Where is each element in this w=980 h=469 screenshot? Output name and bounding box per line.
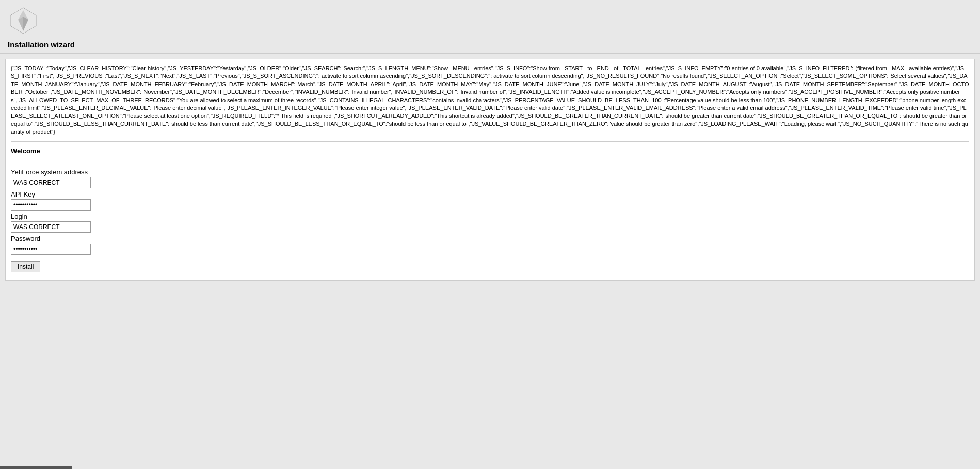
- password-input[interactable]: [11, 244, 91, 255]
- page-title: Installation wizard: [8, 40, 972, 49]
- form-section: YetiForce system address API Key Login P…: [11, 166, 969, 275]
- install-button[interactable]: Install: [11, 261, 40, 272]
- welcome-heading: Welcome: [11, 147, 969, 155]
- login-row: Login: [11, 213, 969, 233]
- system-address-row: YetiForce system address: [11, 168, 969, 188]
- api-key-row: API Key: [11, 190, 969, 211]
- header: Installation wizard: [0, 0, 980, 54]
- system-address-label: YetiForce system address: [11, 168, 969, 176]
- app-wrapper: Installation wizard {"JS_TODAY":"Today",…: [0, 0, 980, 469]
- password-row: Password: [11, 235, 969, 255]
- login-input[interactable]: [11, 221, 91, 233]
- api-key-label: API Key: [11, 190, 969, 198]
- system-address-input[interactable]: [11, 177, 91, 188]
- bottom-bar: [0, 466, 72, 469]
- password-label: Password: [11, 235, 969, 242]
- yetiforce-logo: [8, 5, 39, 36]
- api-key-input[interactable]: [11, 199, 91, 211]
- json-block: {"JS_TODAY":"Today","JS_CLEAR_HISTORY":"…: [11, 64, 969, 142]
- main-content: {"JS_TODAY":"Today","JS_CLEAR_HISTORY":"…: [5, 59, 975, 281]
- login-label: Login: [11, 213, 969, 220]
